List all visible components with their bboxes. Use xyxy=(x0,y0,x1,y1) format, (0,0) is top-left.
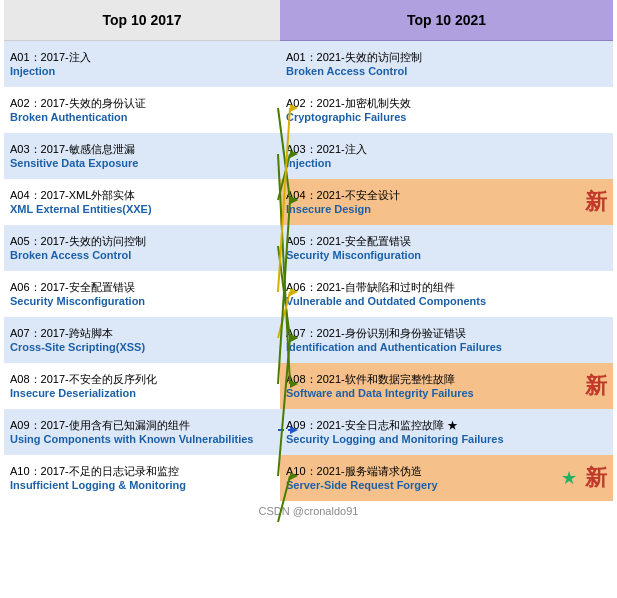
right-item-a04: A04：2021-不安全设计 Insecure Design 新 xyxy=(280,179,613,225)
left-item-a02: A02：2017-失效的身份认证 Broken Authentication xyxy=(4,87,280,133)
new-badge: 新 xyxy=(585,187,607,217)
new-badge: 新 xyxy=(585,463,607,493)
right-item-a01: A01：2021-失效的访问控制 Broken Access Control xyxy=(280,41,613,87)
item-title: A02：2021-加密机制失效 xyxy=(286,96,607,110)
right-item-a05: A05：2021-安全配置错误 Security Misconfiguratio… xyxy=(280,225,613,271)
item-title: A08：2021-软件和数据完整性故障 xyxy=(286,372,577,386)
item-title: A09：2017-使用含有已知漏洞的组件 xyxy=(10,418,274,432)
right-item-a08: A08：2021-软件和数据完整性故障 Software and Data In… xyxy=(280,363,613,409)
right-item-a07: A07：2021-身份识别和身份验证错误 Identification and … xyxy=(280,317,613,363)
left-item-a03: A03：2017-敏感信息泄漏 Sensitive Data Exposure xyxy=(4,133,280,179)
item-subtitle: Cross-Site Scripting(XSS) xyxy=(10,340,274,354)
new-star-badge: ★ xyxy=(561,467,577,489)
item-subtitle: Cryptographic Failures xyxy=(286,110,607,124)
item-title: A04：2017-XML外部实体 xyxy=(10,188,274,202)
left-item-a09: A09：2017-使用含有已知漏洞的组件 Using Components wi… xyxy=(4,409,280,455)
item-subtitle: Insecure Deserialization xyxy=(10,386,274,400)
item-title: A04：2021-不安全设计 xyxy=(286,188,577,202)
left-item-a06: A06：2017-安全配置错误 Security Misconfiguratio… xyxy=(4,271,280,317)
item-subtitle: XML External Entities(XXE) xyxy=(10,202,274,216)
item-subtitle: Insufficient Logging & Monitoring xyxy=(10,478,274,492)
item-subtitle: Insecure Design xyxy=(286,202,577,216)
right-item-a10: A10：2021-服务端请求伪造 Server-Side Request For… xyxy=(280,455,613,501)
item-subtitle: Broken Access Control xyxy=(286,64,607,78)
item-subtitle: Server-Side Request Forgery xyxy=(286,478,557,492)
item-subtitle: Software and Data Integrity Failures xyxy=(286,386,577,400)
left-item-a10: A10：2017-不足的日志记录和监控 Insufficient Logging… xyxy=(4,455,280,501)
item-title: A10：2017-不足的日志记录和监控 xyxy=(10,464,274,478)
item-title: A06：2021-自带缺陷和过时的组件 xyxy=(286,280,607,294)
item-subtitle: Vulnerable and Outdated Components xyxy=(286,294,607,308)
right-item-a03: A03：2021-注入 Injection xyxy=(280,133,613,179)
item-subtitle: Security Misconfiguration xyxy=(10,294,274,308)
item-title: A09：2021-安全日志和监控故障 ★ xyxy=(286,418,607,432)
item-title: A01：2021-失效的访问控制 xyxy=(286,50,607,64)
left-item-a01: A01：2017-注入 Injection xyxy=(4,41,280,87)
left-item-a08: A08：2017-不安全的反序列化 Insecure Deserializati… xyxy=(4,363,280,409)
left-item-a04: A04：2017-XML外部实体 XML External Entities(X… xyxy=(4,179,280,225)
item-subtitle: Using Components with Known Vulnerabilit… xyxy=(10,432,274,446)
right-item-a06: A06：2021-自带缺陷和过时的组件 Vulnerable and Outda… xyxy=(280,271,613,317)
left-item-a07: A07：2017-跨站脚本 Cross-Site Scripting(XSS) xyxy=(4,317,280,363)
item-subtitle: Security Misconfiguration xyxy=(286,248,607,262)
right-item-a09: A09：2021-安全日志和监控故障 ★ Security Logging an… xyxy=(280,409,613,455)
item-title: A10：2021-服务端请求伪造 xyxy=(286,464,557,478)
item-subtitle: Broken Authentication xyxy=(10,110,274,124)
item-title: A02：2017-失效的身份认证 xyxy=(10,96,274,110)
item-title: A01：2017-注入 xyxy=(10,50,274,64)
new-badge: 新 xyxy=(585,371,607,401)
right-item-a02: A02：2021-加密机制失效 Cryptographic Failures xyxy=(280,87,613,133)
footer-text: CSDN @cronaldo91 xyxy=(0,501,617,519)
left-item-a05: A05：2017-失效的访问控制 Broken Access Control xyxy=(4,225,280,271)
item-subtitle: Injection xyxy=(10,64,274,78)
item-title: A08：2017-不安全的反序列化 xyxy=(10,372,274,386)
item-title: A07：2021-身份识别和身份验证错误 xyxy=(286,326,607,340)
item-subtitle: Security Logging and Monitoring Failures xyxy=(286,432,607,446)
item-title: A05：2021-安全配置错误 xyxy=(286,234,607,248)
item-subtitle: Sensitive Data Exposure xyxy=(10,156,274,170)
item-subtitle: Broken Access Control xyxy=(10,248,274,262)
header-left: Top 10 2017 xyxy=(4,0,280,41)
item-subtitle: Identification and Authentication Failur… xyxy=(286,340,607,354)
item-title: A05：2017-失效的访问控制 xyxy=(10,234,274,248)
item-title: A07：2017-跨站脚本 xyxy=(10,326,274,340)
item-title: A03：2017-敏感信息泄漏 xyxy=(10,142,274,156)
header-right: Top 10 2021 xyxy=(280,0,613,41)
item-title: A06：2017-安全配置错误 xyxy=(10,280,274,294)
item-subtitle: Injection xyxy=(286,156,607,170)
item-title: A03：2021-注入 xyxy=(286,142,607,156)
